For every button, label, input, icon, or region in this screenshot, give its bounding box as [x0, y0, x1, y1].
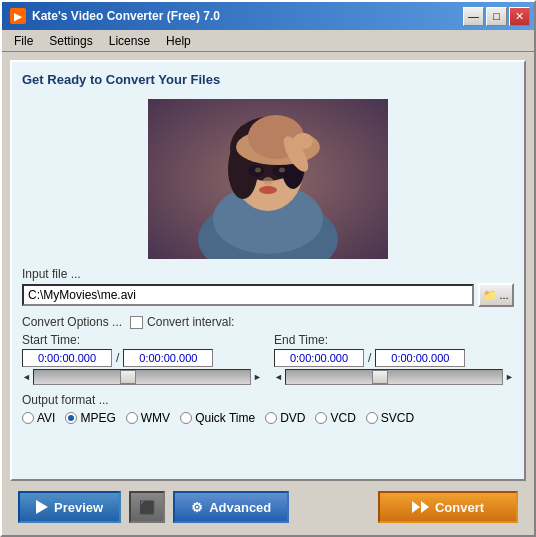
radio-wmv-label: WMV — [141, 411, 170, 425]
start-time-group: Start Time: / ◄ ► — [22, 333, 262, 385]
minimize-button[interactable]: — — [463, 7, 484, 26]
interval-label: Convert interval: — [147, 315, 234, 329]
menu-bar: File Settings License Help — [2, 30, 534, 52]
input-file-field[interactable] — [22, 284, 474, 306]
start-time-label: Start Time: — [22, 333, 262, 347]
bottom-buttons: Preview ⬛ ⚙ Advanced Convert — [10, 487, 526, 527]
radio-svcd[interactable] — [366, 412, 378, 424]
input-file-section: Input file ... 📁 ... — [22, 267, 514, 307]
close-button[interactable]: ✕ — [509, 7, 530, 26]
title-bar-left: ▶ Kate's Video Converter (Free) 7.0 — [10, 8, 220, 24]
time-section: Start Time: / ◄ ► — [22, 333, 514, 385]
end-time-group: End Time: / ◄ ► — [274, 333, 514, 385]
convert-button[interactable]: Convert — [378, 491, 518, 523]
radio-mpeg-label: MPEG — [80, 411, 115, 425]
start-time-field2[interactable] — [123, 349, 213, 367]
app-icon: ▶ — [10, 8, 26, 24]
svg-point-13 — [255, 168, 261, 173]
menu-settings[interactable]: Settings — [41, 32, 100, 50]
radio-mpeg[interactable] — [65, 412, 77, 424]
start-time-field1[interactable] — [22, 349, 112, 367]
ff-triangle-2 — [421, 501, 429, 513]
svg-point-18 — [293, 133, 313, 149]
end-time-slider[interactable] — [285, 369, 503, 385]
play-icon — [36, 500, 48, 514]
advanced-button[interactable]: ⚙ Advanced — [173, 491, 289, 523]
video-preview — [148, 99, 388, 259]
format-vcd[interactable]: VCD — [315, 411, 355, 425]
ff-triangle-1 — [412, 501, 420, 513]
radio-dvd[interactable] — [265, 412, 277, 424]
menu-file[interactable]: File — [6, 32, 41, 50]
main-window: ▶ Kate's Video Converter (Free) 7.0 — □ … — [0, 0, 536, 537]
start-time-slider-row: ◄ ► — [22, 369, 262, 385]
film-icon: ⬛ — [139, 500, 155, 515]
radio-quicktime[interactable] — [180, 412, 192, 424]
start-slider-left-arrow[interactable]: ◄ — [22, 372, 31, 382]
film-button[interactable]: ⬛ — [129, 491, 165, 523]
svg-point-14 — [279, 168, 285, 173]
fast-forward-icon — [412, 501, 429, 513]
panel-title: Get Ready to Convert Your Files — [22, 72, 514, 87]
preview-label: Preview — [54, 500, 103, 515]
radio-avi[interactable] — [22, 412, 34, 424]
radio-vcd[interactable] — [315, 412, 327, 424]
preview-button[interactable]: Preview — [18, 491, 121, 523]
radio-wmv[interactable] — [126, 412, 138, 424]
title-controls: — □ ✕ — [463, 7, 530, 26]
output-format-label: Output format ... — [22, 393, 514, 407]
thumbnail-svg — [148, 99, 388, 259]
options-header: Convert Options ... Convert interval: — [22, 315, 514, 329]
radio-quicktime-label: Quick Time — [195, 411, 255, 425]
browse-button[interactable]: 📁 ... — [478, 283, 514, 307]
main-panel: Get Ready to Convert Your Files — [10, 60, 526, 481]
end-time-inputs: / — [274, 349, 514, 367]
browse-ellipsis: ... — [499, 289, 508, 301]
title-bar: ▶ Kate's Video Converter (Free) 7.0 — □ … — [2, 2, 534, 30]
end-time-field2[interactable] — [375, 349, 465, 367]
format-wmv[interactable]: WMV — [126, 411, 170, 425]
start-slider-thumb[interactable] — [120, 370, 136, 384]
format-avi[interactable]: AVI — [22, 411, 55, 425]
menu-license[interactable]: License — [101, 32, 158, 50]
input-file-label: Input file ... — [22, 267, 514, 281]
end-time-sep: / — [368, 351, 371, 365]
end-slider-thumb[interactable] — [372, 370, 388, 384]
maximize-button[interactable]: □ — [486, 7, 507, 26]
format-svcd[interactable]: SVCD — [366, 411, 414, 425]
window-title: Kate's Video Converter (Free) 7.0 — [32, 9, 220, 23]
radio-svcd-label: SVCD — [381, 411, 414, 425]
start-time-slider[interactable] — [33, 369, 251, 385]
radio-dvd-label: DVD — [280, 411, 305, 425]
end-time-label: End Time: — [274, 333, 514, 347]
format-mpeg[interactable]: MPEG — [65, 411, 115, 425]
advanced-icon: ⚙ — [191, 500, 203, 515]
format-dvd[interactable]: DVD — [265, 411, 305, 425]
content-area: Get Ready to Convert Your Files — [2, 52, 534, 535]
svg-point-15 — [263, 177, 273, 185]
end-time-slider-row: ◄ ► — [274, 369, 514, 385]
folder-icon: 📁 — [483, 289, 497, 302]
input-file-row: 📁 ... — [22, 283, 514, 307]
format-quicktime[interactable]: Quick Time — [180, 411, 255, 425]
convert-options-section: Convert Options ... Convert interval: St… — [22, 315, 514, 385]
output-format-section: Output format ... AVI MPEG WMV — [22, 393, 514, 425]
interval-row: Convert interval: — [130, 315, 234, 329]
interval-checkbox[interactable] — [130, 316, 143, 329]
convert-label: Convert — [435, 500, 484, 515]
advanced-label: Advanced — [209, 500, 271, 515]
start-slider-right-arrow[interactable]: ► — [253, 372, 262, 382]
end-time-field1[interactable] — [274, 349, 364, 367]
radio-avi-label: AVI — [37, 411, 55, 425]
start-time-sep: / — [116, 351, 119, 365]
format-options: AVI MPEG WMV Quick Time — [22, 411, 514, 425]
start-time-inputs: / — [22, 349, 262, 367]
radio-vcd-label: VCD — [330, 411, 355, 425]
video-thumbnail — [148, 99, 388, 259]
convert-options-label: Convert Options ... — [22, 315, 122, 329]
menu-help[interactable]: Help — [158, 32, 199, 50]
end-slider-left-arrow[interactable]: ◄ — [274, 372, 283, 382]
svg-point-16 — [259, 186, 277, 194]
end-slider-right-arrow[interactable]: ► — [505, 372, 514, 382]
